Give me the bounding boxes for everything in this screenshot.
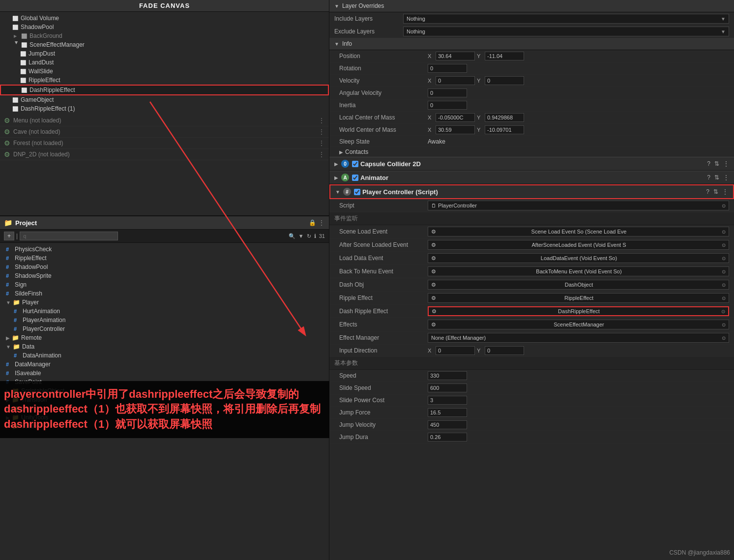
tree-item-landdust[interactable]: ⬜ LandDust <box>0 58 329 67</box>
collapse-arrow[interactable]: ▼ <box>335 189 340 195</box>
settings-icon[interactable]: ⇅ <box>713 188 718 195</box>
capsule-collider-checkbox[interactable] <box>352 161 358 167</box>
script-dataanimation[interactable]: # DataAnimation <box>0 351 329 360</box>
settings-icon[interactable]: ⇅ <box>714 174 719 181</box>
select-icon[interactable]: ⊙ <box>722 242 726 248</box>
speed-input[interactable] <box>428 371 467 380</box>
select-icon[interactable]: ⊙ <box>722 295 726 301</box>
dash-obj-value[interactable]: ⚙ DashObject ⊙ <box>428 280 729 290</box>
velocity-y-input[interactable] <box>485 76 524 85</box>
collapse-arrow[interactable]: ▼ <box>334 3 339 9</box>
search-input[interactable] <box>20 232 118 240</box>
script-rippleeffect[interactable]: # RippleEffect <box>0 254 329 263</box>
tree-item-shadowpool[interactable]: ⬜ ShadowPool <box>0 23 329 31</box>
include-layers-dropdown[interactable]: Nothing ▼ <box>403 14 729 24</box>
scene-item-cave[interactable]: ⚙ Cave (not loaded) ⋮ <box>0 126 329 138</box>
inertia-input[interactable] <box>428 101 467 110</box>
tree-item-gameobject[interactable]: ⬜ GameObject <box>0 95 329 104</box>
select-icon[interactable]: ⊙ <box>722 203 726 208</box>
select-icon[interactable]: ⊙ <box>722 335 726 341</box>
effect-manager-value[interactable]: None (Effect Manager) ⊙ <box>428 333 729 343</box>
local-com-y-input[interactable] <box>485 113 524 122</box>
select-icon[interactable]: ⊙ <box>722 269 726 274</box>
scene-item-forest[interactable]: ⚙ Forest (not loaded) ⋮ <box>0 138 329 149</box>
collapse-arrow[interactable]: ▶ <box>334 161 338 167</box>
slide-speed-input[interactable] <box>428 383 467 392</box>
tree-item-jumpdust[interactable]: ⬜ JumpDust <box>0 49 329 58</box>
slide-power-cost-input[interactable] <box>428 396 467 405</box>
more-icon[interactable]: ⋮ <box>723 174 729 181</box>
script-isaveable[interactable]: # ISaveable <box>0 369 329 378</box>
context-menu-dots[interactable]: ⋮ <box>318 150 325 158</box>
scene-item-dnp2d[interactable]: ⚙ DNP_2D (not loaded) ⋮ <box>0 149 329 160</box>
settings-icon[interactable]: ⇅ <box>714 160 719 167</box>
select-icon[interactable]: ⊙ <box>722 282 726 288</box>
back-to-menu-value[interactable]: ⚙ BackToMenu Event (Void Event So) ⊙ <box>428 266 729 276</box>
more-icon[interactable]: ⋮ <box>722 188 728 195</box>
context-menu-dots[interactable]: ⋮ <box>318 117 325 124</box>
help-icon[interactable]: ? <box>706 188 709 195</box>
filter-icon[interactable]: ▼ <box>298 233 304 239</box>
context-menu-dots[interactable]: ⋮ <box>318 128 325 136</box>
tree-item-dashrippleeffect1[interactable]: ⬜ DashRippleEffect (1) <box>0 104 329 113</box>
script-shadowpool[interactable]: # ShadowPool <box>0 263 329 271</box>
velocity-x-input[interactable] <box>436 76 475 85</box>
input-dir-y-input[interactable] <box>485 346 524 355</box>
script-hurtanimation[interactable]: # HurtAnimation <box>0 307 329 316</box>
select-icon[interactable]: ⊙ <box>722 256 726 261</box>
select-icon[interactable]: ⊙ <box>721 309 725 314</box>
local-com-x-input[interactable] <box>436 113 475 122</box>
script-sign[interactable]: # Sign <box>0 280 329 289</box>
ripple-effect-value[interactable]: ⚙ RippleEffect ⊙ <box>428 293 729 303</box>
help-icon[interactable]: ? <box>707 174 710 181</box>
search-icon[interactable]: 🔍 <box>289 233 295 239</box>
more-icon[interactable]: ⋮ <box>723 160 729 167</box>
script-slidefinsh[interactable]: # SildeFinsh <box>0 289 329 298</box>
dash-ripple-effect-value[interactable]: ⚙ DashRippleEffect ⊙ <box>428 306 729 316</box>
context-menu-dots[interactable]: ⋮ <box>318 139 325 147</box>
script-physicscheck[interactable]: # PhysicsCheck <box>0 245 329 254</box>
input-dir-x-input[interactable] <box>436 346 475 355</box>
jump-velocity-input[interactable] <box>428 420 467 429</box>
script-shadowsprite[interactable]: # ShadowSprite <box>0 271 329 280</box>
collapse-arrow[interactable]: ▼ <box>334 41 339 47</box>
angular-velocity-input[interactable] <box>428 88 467 97</box>
position-x-input[interactable] <box>436 52 475 60</box>
script-playercontroller[interactable]: # PlayerController <box>0 324 329 333</box>
after-scene-loaded-value[interactable]: ⚙ AfterSceneLoaded Event (Void Event S ⊙ <box>428 240 729 250</box>
player-controller-checkbox[interactable] <box>354 189 360 195</box>
scene-item-menu[interactable]: ⚙ Menu (not loaded) ⋮ <box>0 115 329 126</box>
rotation-input[interactable] <box>428 64 467 73</box>
load-data-event-value[interactable]: ⚙ LoadDataEvent (Void Event So) ⊙ <box>428 253 729 263</box>
position-y-input[interactable] <box>485 52 524 60</box>
tree-item-rippleeffect[interactable]: ⬜ RippleEffect <box>0 76 329 85</box>
jump-force-input[interactable] <box>428 408 467 417</box>
select-icon[interactable]: ⊙ <box>722 229 726 235</box>
script-value-field[interactable]: 🗒 PlayerController ⊙ <box>428 201 729 210</box>
exclude-layers-dropdown[interactable]: Nothing ▼ <box>403 27 729 36</box>
tree-item-global-volume[interactable]: ⬜ Global Volume <box>0 14 329 23</box>
tree-item-background[interactable]: ▶ ⬜ BackGround <box>0 31 329 40</box>
script-playeranimation[interactable]: # PlayerAnimation <box>0 316 329 324</box>
refresh-icon[interactable]: ↻ <box>307 233 311 239</box>
tree-item-sceneeffectmanager[interactable]: ▶ ⬜ SceneEffectManager <box>0 40 329 49</box>
info-icon[interactable]: ℹ <box>314 233 316 239</box>
more-options-icon[interactable]: ⋮ <box>318 219 325 227</box>
add-asset-button[interactable]: + <box>4 232 14 240</box>
contacts-arrow[interactable]: ▶ <box>339 149 343 155</box>
animator-checkbox[interactable] <box>352 175 358 181</box>
folder-remote[interactable]: ▶ 📁 Remote <box>0 333 329 342</box>
folder-data[interactable]: ▼ 📁 Data <box>0 342 329 351</box>
select-icon[interactable]: ⊙ <box>722 322 726 327</box>
scene-load-event-value[interactable]: ⚙ Scene Load Event So (Scene Load Eve ⊙ <box>428 227 729 236</box>
script-datamanager[interactable]: # DataManager <box>0 360 329 369</box>
tree-item-dashrippleeffect[interactable]: ⬜ DashRippleEffect <box>0 85 329 95</box>
world-com-x-input[interactable] <box>436 125 475 134</box>
world-com-y-input[interactable] <box>485 125 524 134</box>
effects-value[interactable]: ⚙ SceneEffectManager ⊙ <box>428 320 729 329</box>
folder-player[interactable]: ▼ 📁 Player <box>0 298 329 307</box>
help-icon[interactable]: ? <box>707 160 710 167</box>
tree-item-wallslide[interactable]: ⬜ WallSlide <box>0 67 329 76</box>
jump-dura-input[interactable] <box>428 433 467 442</box>
collapse-arrow[interactable]: ▶ <box>334 175 338 180</box>
